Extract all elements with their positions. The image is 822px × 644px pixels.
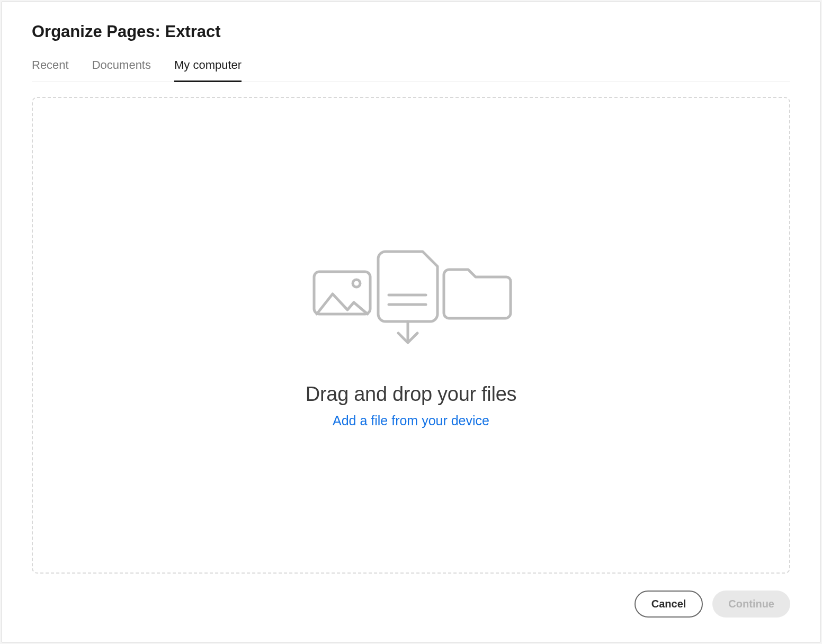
svg-point-1 bbox=[353, 280, 360, 287]
cancel-button[interactable]: Cancel bbox=[635, 591, 703, 618]
tab-recent[interactable]: Recent bbox=[32, 58, 69, 82]
dropzone-heading: Drag and drop your files bbox=[306, 383, 516, 406]
continue-button: Continue bbox=[712, 591, 790, 618]
dialog-footer: Cancel Continue bbox=[32, 591, 790, 622]
source-tabs: Recent Documents My computer bbox=[32, 58, 790, 82]
file-dropzone[interactable]: Drag and drop your files Add a file from… bbox=[32, 97, 790, 574]
tab-my-computer[interactable]: My computer bbox=[174, 58, 242, 82]
tab-documents[interactable]: Documents bbox=[92, 58, 151, 82]
dialog-title: Organize Pages: Extract bbox=[32, 22, 790, 41]
organize-pages-dialog: Organize Pages: Extract Recent Documents… bbox=[2, 2, 820, 642]
dropzone-illustration bbox=[305, 242, 517, 348]
files-illustration-icon bbox=[305, 242, 517, 348]
add-file-link[interactable]: Add a file from your device bbox=[333, 413, 489, 428]
